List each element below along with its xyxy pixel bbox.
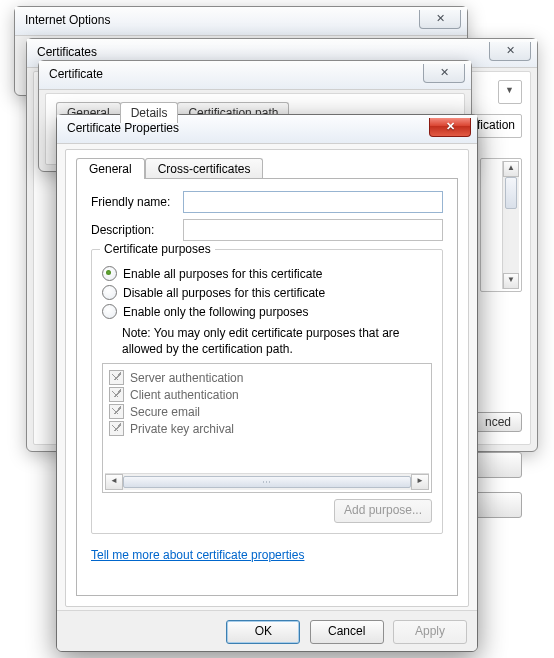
chevron-left-icon: ◄ xyxy=(110,476,118,485)
scroll-thumb[interactable] xyxy=(123,476,411,488)
radio-disable-all[interactable] xyxy=(102,285,117,300)
note-text: Note: You may only edit certificate purp… xyxy=(122,325,432,357)
dialog-certificate-properties: Certificate Properties ✕ General Cross-c… xyxy=(56,114,478,652)
purposes-listbox: Server authentication Client authenticat… xyxy=(102,363,432,493)
checkbox-icon xyxy=(109,370,124,385)
dialog-body: General Cross-certificates Friendly name… xyxy=(65,149,469,607)
radio-row-enable-only[interactable]: Enable only the following purposes xyxy=(102,304,432,319)
tab-panel-general: Friendly name: Description: Certificate … xyxy=(76,178,458,596)
checkbox-icon xyxy=(109,421,124,436)
help-link[interactable]: Tell me more about certificate propertie… xyxy=(91,548,304,562)
group-legend: Certificate purposes xyxy=(100,242,215,256)
chevron-right-icon: ► xyxy=(416,476,424,485)
list-item: Private key archival xyxy=(109,421,427,436)
purpose-label: Client authentication xyxy=(130,388,239,402)
tab-details[interactable]: Details xyxy=(120,102,179,123)
ok-button[interactable]: OK xyxy=(226,620,300,644)
cancel-button[interactable]: Cancel xyxy=(310,620,384,644)
radio-label-disable-all: Disable all purposes for this certificat… xyxy=(123,286,325,300)
close-icon: ✕ xyxy=(436,12,445,24)
radio-label-enable-all: Enable all purposes for this certificate xyxy=(123,267,322,281)
title-certificate-properties: Certificate Properties xyxy=(67,121,179,135)
horizontal-scrollbar[interactable]: ◄ ► xyxy=(105,473,429,490)
list-item: Secure email xyxy=(109,404,427,419)
purpose-label: Private key archival xyxy=(130,422,234,436)
add-purpose-row: Add purpose... xyxy=(102,499,432,523)
close-icon: ✕ xyxy=(446,118,455,134)
radio-enable-all[interactable] xyxy=(102,266,117,281)
apply-button: Apply xyxy=(393,620,467,644)
add-purpose-button: Add purpose... xyxy=(334,499,432,523)
scroll-left-button[interactable]: ◄ xyxy=(105,474,123,490)
radio-label-enable-only: Enable only the following purposes xyxy=(123,305,308,319)
close-icon: ✕ xyxy=(440,66,449,78)
input-friendly-name[interactable] xyxy=(183,191,443,213)
title-internet-options: Internet Options xyxy=(25,13,110,27)
purpose-label: Server authentication xyxy=(130,371,243,385)
purpose-label: Secure email xyxy=(130,405,200,419)
dialog-footer: OK Cancel Apply xyxy=(57,610,477,651)
purposes-items: Server authentication Client authenticat… xyxy=(109,368,427,438)
input-description[interactable] xyxy=(183,219,443,241)
checkbox-icon xyxy=(109,404,124,419)
close-button-internet-options[interactable]: ✕ xyxy=(419,10,461,29)
list-item: Server authentication xyxy=(109,370,427,385)
row-friendly-name: Friendly name: xyxy=(91,191,443,213)
label-description: Description: xyxy=(91,223,183,237)
tab-general[interactable]: General xyxy=(76,158,145,179)
label-friendly-name: Friendly name: xyxy=(91,195,183,209)
radio-enable-only[interactable] xyxy=(102,304,117,319)
titlebar-internet-options: Internet Options ✕ xyxy=(15,7,467,36)
group-certificate-purposes: Certificate purposes Enable all purposes… xyxy=(91,249,443,534)
close-button-certificate[interactable]: ✕ xyxy=(423,64,465,83)
help-link-row: Tell me more about certificate propertie… xyxy=(91,548,443,562)
title-certificate: Certificate xyxy=(49,67,103,81)
row-description: Description: xyxy=(91,219,443,241)
tab-cross-certificates[interactable]: Cross-certificates xyxy=(145,158,264,179)
radio-row-disable-all[interactable]: Disable all purposes for this certificat… xyxy=(102,285,432,300)
radio-row-enable-all[interactable]: Enable all purposes for this certificate xyxy=(102,266,432,281)
list-item: Client authentication xyxy=(109,387,427,402)
scroll-grip-icon xyxy=(263,481,271,483)
close-button-dialog[interactable]: ✕ xyxy=(429,118,471,137)
dialog-tabs: General Cross-certificates xyxy=(76,158,263,179)
checkbox-icon xyxy=(109,387,124,402)
titlebar-certificate: Certificate ✕ xyxy=(39,61,471,90)
scroll-right-button[interactable]: ► xyxy=(411,474,429,490)
